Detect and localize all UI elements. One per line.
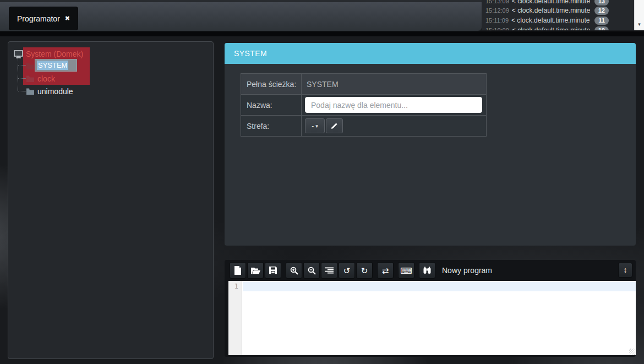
log-entry: 15:10:09 < clock.default.time.minute 10 xyxy=(485,26,609,30)
tree-node-label: System (Domek) xyxy=(26,50,83,58)
program-title: Nowy program xyxy=(442,260,492,281)
rename-input[interactable]: SYSTEM xyxy=(35,59,77,72)
tree-node-system[interactable] xyxy=(26,61,34,71)
log-value-badge: 13 xyxy=(594,0,609,6)
zoom-out-button[interactable] xyxy=(303,262,320,279)
scroll-down-icon[interactable]: ▾ xyxy=(635,22,644,27)
path-row: Pełna ścieżka: SYSTEM xyxy=(241,74,487,95)
keyboard-icon: ⌨ xyxy=(400,267,412,275)
log-time: 15:11:09 xyxy=(485,17,509,24)
zone-row: Strefa: - ▾ xyxy=(241,116,487,137)
application-window: Programator ✖ 15:13:09 < clock.default.t… xyxy=(0,0,644,364)
undo-icon: ↺ xyxy=(343,267,351,275)
auto-indent-button[interactable] xyxy=(321,262,337,279)
vertical-resize-icon: ↕ xyxy=(624,266,627,274)
tab-programator[interactable]: Programator ✖ xyxy=(9,7,78,30)
resize-grip[interactable] xyxy=(629,349,635,355)
tab-label: Programator xyxy=(17,14,60,23)
path-value: SYSTEM xyxy=(302,74,487,95)
details-panel: SYSTEM Pełna ścieżka: SYSTEM Nazwa: Stre… xyxy=(225,43,636,246)
open-folder-icon xyxy=(251,267,260,274)
search-button[interactable] xyxy=(419,262,435,279)
zoom-in-button[interactable] xyxy=(286,262,302,279)
program-editor-panel: ↺ ↻ ⇄ ⌨ Nowy program xyxy=(225,260,636,357)
tree-panel: System (Domek) SYSTEM clock unimodule xyxy=(8,41,214,359)
open-file-button[interactable] xyxy=(247,262,264,279)
tree-guide-line xyxy=(18,78,26,79)
folder-icon xyxy=(26,88,34,95)
event-log: 15:13:09 < clock.default.time.minute 13 … xyxy=(482,0,634,30)
pencil-icon xyxy=(331,122,338,129)
tree-guide-line xyxy=(18,58,18,91)
log-time: 15:10:09 xyxy=(485,27,509,30)
log-value-badge: 10 xyxy=(594,26,609,31)
toggle-wrap-button[interactable]: ⇄ xyxy=(377,262,394,279)
tree-guide-line xyxy=(18,91,26,91)
code-editor[interactable]: 1 xyxy=(228,281,636,355)
swap-arrows-icon: ⇄ xyxy=(382,267,389,275)
name-label: Nazwa: xyxy=(241,95,302,116)
tree-node-unimodule[interactable]: unimodule xyxy=(26,86,73,96)
tree-guide-line xyxy=(18,65,26,66)
log-message: < clock.default.time.minute xyxy=(512,0,590,5)
new-file-icon xyxy=(234,266,242,275)
zone-dropdown-value: - xyxy=(312,122,314,130)
folder-icon xyxy=(26,75,34,82)
zone-edit-button[interactable] xyxy=(326,118,343,133)
zoom-in-icon xyxy=(290,267,298,275)
tree-node-root[interactable]: System (Domek) xyxy=(14,49,83,59)
log-value-badge: 12 xyxy=(594,7,609,15)
new-file-button[interactable] xyxy=(230,262,246,279)
details-panel-title: SYSTEM xyxy=(225,43,636,64)
save-icon xyxy=(269,267,277,274)
tree-node-label: unimodule xyxy=(37,87,73,96)
redo-icon: ↻ xyxy=(361,267,368,275)
line-number: 1 xyxy=(234,282,238,290)
binoculars-icon xyxy=(423,267,431,274)
log-time: 15:12:09 xyxy=(485,7,509,14)
log-message: < clock.default.time.minute xyxy=(511,17,590,24)
undo-button[interactable]: ↺ xyxy=(339,262,355,279)
redo-button[interactable]: ↻ xyxy=(356,262,373,279)
top-divider xyxy=(0,31,644,36)
log-scrollbar[interactable]: ▾ xyxy=(634,0,644,30)
active-line-highlight xyxy=(243,282,636,291)
rename-selected-text: SYSTEM xyxy=(37,61,68,70)
zoom-out-icon xyxy=(308,267,316,275)
zone-label: Strefa: xyxy=(241,116,302,137)
name-input[interactable] xyxy=(305,97,482,113)
log-entry: 15:13:09 < clock.default.time.minute 13 xyxy=(485,0,609,6)
editor-toolbar: ↺ ↻ ⇄ ⌨ Nowy program xyxy=(225,260,636,281)
tree-node-label: clock xyxy=(37,74,55,83)
name-row: Nazwa: xyxy=(241,95,487,116)
chevron-down-icon: ▾ xyxy=(315,123,318,129)
resize-editor-button[interactable]: ↕ xyxy=(618,263,632,278)
zone-dropdown-button[interactable]: - ▾ xyxy=(305,118,325,133)
log-entry: 15:11:09 < clock.default.time.minute 11 xyxy=(485,16,609,25)
computer-icon xyxy=(14,50,23,58)
log-message: < clock.default.time.minute xyxy=(512,7,590,14)
line-number-gutter: 1 xyxy=(228,281,242,355)
details-form: Pełna ścieżka: SYSTEM Nazwa: Strefa: - ▾ xyxy=(241,73,487,137)
save-file-button[interactable] xyxy=(265,262,281,279)
log-time: 15:13:09 xyxy=(485,0,509,4)
log-entry: 15:12:09 < clock.default.time.minute 12 xyxy=(485,6,609,15)
log-value-badge: 11 xyxy=(594,17,609,25)
tab-strip: Programator ✖ xyxy=(0,0,482,31)
indent-lines-icon xyxy=(325,267,334,274)
folder-icon xyxy=(26,63,34,69)
tree-node-clock[interactable]: clock xyxy=(26,74,55,84)
log-message: < clock.default.time.minute xyxy=(512,26,590,30)
keyboard-button[interactable]: ⌨ xyxy=(398,262,414,279)
path-label: Pełna ścieżka: xyxy=(241,74,302,95)
tab-close-icon[interactable]: ✖ xyxy=(65,15,70,22)
